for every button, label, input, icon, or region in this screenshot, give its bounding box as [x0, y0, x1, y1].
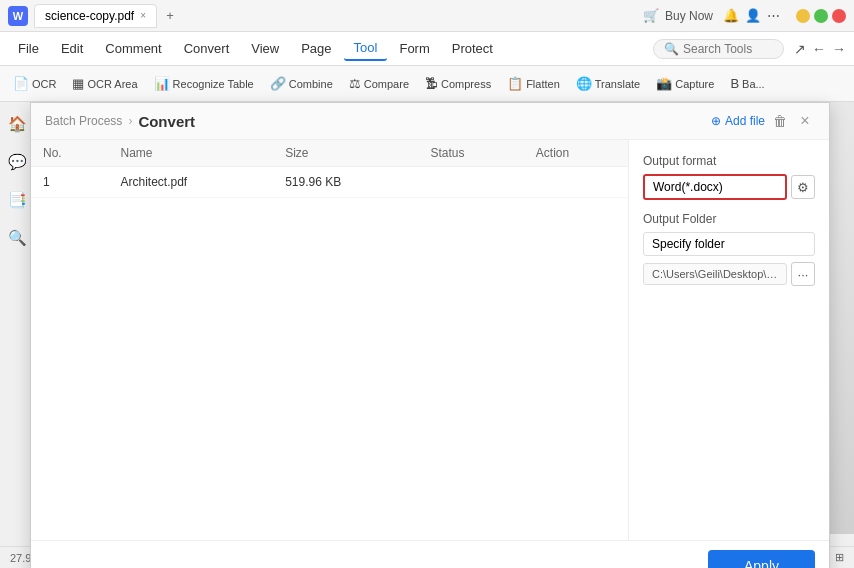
app-icon: W	[8, 6, 28, 26]
menu-right-icons: ↗ ← →	[794, 41, 846, 57]
forward-icon[interactable]: →	[832, 41, 846, 57]
menu-comment[interactable]: Comment	[95, 37, 171, 60]
close-button[interactable]: ×	[832, 9, 846, 23]
toolbar-flatten-label: Flatten	[526, 78, 560, 90]
dialog-header: Batch Process › Convert ⊕ Add file 🗑 ×	[31, 103, 829, 140]
format-select[interactable]: Word(*.docx)	[643, 174, 787, 200]
notification-icon[interactable]: 🔔	[723, 8, 739, 23]
menu-edit[interactable]: Edit	[51, 37, 93, 60]
add-tab-button[interactable]: +	[159, 5, 181, 27]
output-folder-label: Output Folder	[643, 212, 815, 226]
breadcrumb-batch: Batch Process	[45, 114, 122, 128]
combine-icon: 🔗	[270, 76, 286, 91]
flatten-icon: 📋	[507, 76, 523, 91]
menu-file[interactable]: File	[8, 37, 49, 60]
menu-page[interactable]: Page	[291, 37, 341, 60]
toolbar-compare-label: Compare	[364, 78, 409, 90]
sidebar-comment-icon[interactable]: 💬	[4, 148, 32, 176]
menu-convert[interactable]: Convert	[174, 37, 240, 60]
toolbar-recognize-table[interactable]: 📊 Recognize Table	[147, 73, 261, 94]
toolbar-combine[interactable]: 🔗 Combine	[263, 73, 340, 94]
search-icon: 🔍	[664, 42, 679, 56]
batch-convert-dialog: Batch Process › Convert ⊕ Add file 🗑 × N…	[30, 102, 830, 568]
grid-view-icon[interactable]: ⊞	[835, 551, 844, 564]
col-status: Status	[419, 140, 524, 167]
toolbar-batch-label: Ba...	[742, 78, 765, 90]
sidebar-pages-icon[interactable]: 📑	[4, 186, 32, 214]
toolbar: 📄 OCR ▦ OCR Area 📊 Recognize Table 🔗 Com…	[0, 66, 854, 102]
apply-button[interactable]: Apply	[708, 550, 815, 569]
format-select-row: Word(*.docx) ⚙	[643, 174, 815, 200]
folder-path-row: C:\Users\Geili\Desktop\PDFElement\Cc ···	[643, 262, 815, 286]
tab-area: science-copy.pdf × +	[34, 4, 643, 28]
toolbar-compress[interactable]: 🗜 Compress	[418, 73, 498, 94]
sidebar-search-icon[interactable]: 🔍	[4, 224, 32, 252]
toolbar-capture-label: Capture	[675, 78, 714, 90]
capture-icon: 📸	[656, 76, 672, 91]
delete-file-button[interactable]: 🗑	[773, 113, 787, 129]
toolbar-ocr-label: OCR	[32, 78, 56, 90]
title-bar-icons: 🛒 Buy Now 🔔 👤 ⋯	[643, 8, 780, 23]
menu-view[interactable]: View	[241, 37, 289, 60]
row-no: 1	[31, 167, 109, 198]
maximize-button[interactable]: □	[814, 9, 828, 23]
dialog-body: No. Name Size Status Action 1 Architect.…	[31, 140, 829, 540]
format-settings-icon[interactable]: ⚙	[791, 175, 815, 199]
document-tab[interactable]: science-copy.pdf ×	[34, 4, 157, 28]
compare-icon: ⚖	[349, 76, 361, 91]
toolbar-ocr-area[interactable]: ▦ OCR Area	[65, 73, 144, 94]
toolbar-batch[interactable]: B Ba...	[723, 73, 771, 94]
add-file-label: Add file	[725, 114, 765, 128]
main-area: 🏠 💬 📑 🔍 Batch Process › Convert ⊕ Add fi…	[0, 102, 854, 534]
row-action	[524, 167, 628, 198]
col-no: No.	[31, 140, 109, 167]
menu-protect[interactable]: Protect	[442, 37, 503, 60]
output-format-label: Output format	[643, 154, 815, 168]
more-options-icon[interactable]: ⋯	[767, 8, 780, 23]
ocr-icon: 📄	[13, 76, 29, 91]
folder-browse-button[interactable]: ···	[791, 262, 815, 286]
ocr-area-icon: ▦	[72, 76, 84, 91]
breadcrumb-separator: ›	[128, 114, 132, 128]
add-file-icon: ⊕	[711, 114, 721, 128]
toolbar-translate[interactable]: 🌐 Translate	[569, 73, 647, 94]
output-settings-panel: Output format Word(*.docx) ⚙ Output Fold…	[629, 140, 829, 540]
minimize-button[interactable]: −	[796, 9, 810, 23]
buy-now-button[interactable]: 🛒	[643, 8, 659, 23]
toolbar-translate-label: Translate	[595, 78, 640, 90]
translate-icon: 🌐	[576, 76, 592, 91]
user-icon[interactable]: 👤	[745, 8, 761, 23]
row-status	[419, 167, 524, 198]
sidebar-home-icon[interactable]: 🏠	[4, 110, 32, 138]
toolbar-compress-label: Compress	[441, 78, 491, 90]
output-folder-section: Output Folder Specify folder C:\Users\Ge…	[643, 212, 815, 286]
add-file-button[interactable]: ⊕ Add file	[711, 114, 765, 128]
toolbar-flatten[interactable]: 📋 Flatten	[500, 73, 567, 94]
batch-icon: B	[730, 76, 739, 91]
file-table: No. Name Size Status Action 1 Architect.…	[31, 140, 628, 198]
toolbar-compare[interactable]: ⚖ Compare	[342, 73, 416, 94]
share-icon[interactable]: ↗	[794, 41, 806, 57]
row-size: 519.96 KB	[273, 167, 418, 198]
folder-path-display: C:\Users\Geili\Desktop\PDFElement\Cc	[643, 263, 787, 285]
toolbar-ocr-area-label: OCR Area	[87, 78, 137, 90]
tab-close-icon[interactable]: ×	[140, 10, 146, 21]
back-icon[interactable]: ←	[812, 41, 826, 57]
toolbar-combine-label: Combine	[289, 78, 333, 90]
search-input[interactable]	[683, 42, 773, 56]
menu-tool[interactable]: Tool	[344, 36, 388, 61]
dialog-footer: Apply	[31, 540, 829, 568]
menu-form[interactable]: Form	[389, 37, 439, 60]
dialog-title-convert: Convert	[138, 113, 195, 130]
compress-icon: 🗜	[425, 76, 438, 91]
toolbar-capture[interactable]: 📸 Capture	[649, 73, 721, 94]
toolbar-ocr[interactable]: 📄 OCR	[6, 73, 63, 94]
dialog-close-button[interactable]: ×	[795, 111, 815, 131]
buy-now-label: Buy Now	[665, 9, 713, 23]
search-bar: 🔍	[653, 39, 784, 59]
title-bar: W science-copy.pdf × + 🛒 Buy Now 🔔 👤 ⋯ −…	[0, 0, 854, 32]
col-name: Name	[109, 140, 274, 167]
row-filename: Architect.pdf	[109, 167, 274, 198]
output-format-section: Output format Word(*.docx) ⚙	[643, 154, 815, 200]
folder-location-select[interactable]: Specify folder	[643, 232, 815, 256]
